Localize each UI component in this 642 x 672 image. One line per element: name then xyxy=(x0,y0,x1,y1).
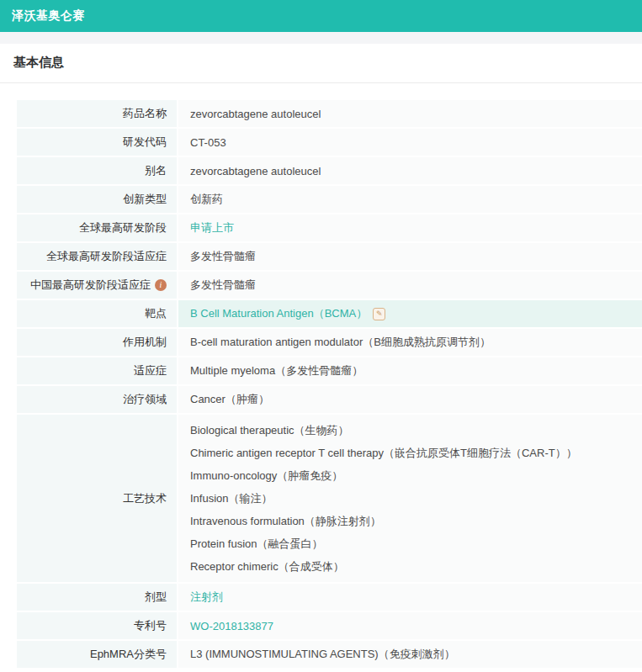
row-value: zevorcabtagene autoleucel xyxy=(178,157,642,184)
row-label: 药品名称 xyxy=(17,100,177,127)
table-row-dosage-form: 剂型 注射剂 xyxy=(17,584,642,611)
table-row-ephmra-code: EphMRA分类号 L3 (IMMUNOSTIMULATING AGENTS)（… xyxy=(17,641,642,668)
basic-info-card: 基本信息 药品名称 zevorcabtagene autoleucel 研发代码… xyxy=(0,44,642,672)
row-label: 靶点 xyxy=(17,300,177,327)
tech-line: Chimeric antigen receptor T cell therapy… xyxy=(190,442,634,464)
row-label: 作用机制 xyxy=(17,329,177,356)
row-label: 全球最高研发阶段适应症 xyxy=(17,243,177,270)
row-label: 适应症 xyxy=(17,357,177,384)
row-value: WO-2018133877 xyxy=(178,612,642,639)
row-value: L3 (IMMUNOSTIMULATING AGENTS)（免疫刺激剂） xyxy=(178,641,642,668)
section-title-basic-info: 基本信息 xyxy=(0,44,642,83)
table-row-technology: 工艺技术 Biological therapeutic（生物药） Chimeri… xyxy=(17,415,642,582)
row-label: 全球最高研发阶段 xyxy=(17,214,177,241)
dosage-form-link[interactable]: 注射剂 xyxy=(190,590,223,605)
row-value: 多发性骨髓瘤 xyxy=(178,272,642,299)
row-label: 工艺技术 xyxy=(17,415,177,582)
row-label: 专利号 xyxy=(17,612,177,639)
table-row-indication: 适应症 Multiple myeloma（多发性骨髓瘤） xyxy=(17,357,642,384)
patent-link[interactable]: WO-2018133877 xyxy=(190,620,273,632)
table-row-global-highest-indication: 全球最高研发阶段适应症 多发性骨髓瘤 xyxy=(17,243,642,270)
table-row-global-highest-stage: 全球最高研发阶段 申请上市 xyxy=(17,214,642,241)
table-row-rd-code: 研发代码 CT-053 xyxy=(17,129,642,156)
row-value: CT-053 xyxy=(178,129,642,156)
stage-link[interactable]: 申请上市 xyxy=(190,220,234,235)
row-label: EphMRA分类号 xyxy=(17,641,177,668)
row-value: B Cell Maturation Antigen（BCMA） ✎ xyxy=(178,300,642,327)
tech-line: Biological therapeutic（生物药） xyxy=(190,419,634,442)
table-row-patent-number: 专利号 WO-2018133877 xyxy=(17,612,642,639)
row-value: 创新药 xyxy=(178,186,642,213)
page-background-gap xyxy=(0,32,642,44)
row-value: 注射剂 xyxy=(178,584,642,611)
info-icon[interactable]: i xyxy=(155,279,167,291)
row-value: zevorcabtagene autoleucel xyxy=(178,100,642,127)
row-value: Cancer（肿瘤） xyxy=(178,386,642,413)
table-row-therapy-area: 治疗领域 Cancer（肿瘤） xyxy=(17,386,642,413)
row-label: 别名 xyxy=(17,157,177,184)
target-link[interactable]: B Cell Maturation Antigen（BCMA） xyxy=(190,306,367,321)
row-label: 研发代码 xyxy=(17,129,177,156)
tech-line: Receptor chimeric（合成受体） xyxy=(190,555,634,578)
table-row-innovation-type: 创新类型 创新药 xyxy=(17,186,642,213)
row-value: 多发性骨髓瘤 xyxy=(178,243,642,270)
edit-icon[interactable]: ✎ xyxy=(373,308,385,320)
tech-line: Infusion（输注） xyxy=(190,487,634,510)
table-row-china-highest-indication: 中国最高研发阶段适应症 i 多发性骨髓瘤 xyxy=(17,272,642,299)
tech-line: Protein fusion（融合蛋白） xyxy=(190,532,634,555)
row-label-text: 中国最高研发阶段适应症 xyxy=(30,278,151,293)
tech-line: Immuno-oncology（肿瘤免疫） xyxy=(190,464,634,487)
row-value: 申请上市 xyxy=(178,214,642,241)
table-row-mechanism: 作用机制 B-cell maturation antigen modulator… xyxy=(17,329,642,356)
row-label: 中国最高研发阶段适应症 i xyxy=(17,272,177,299)
basic-info-table: 药品名称 zevorcabtagene autoleucel 研发代码 CT-0… xyxy=(0,83,642,672)
drug-title-bar: 泽沃基奥仑赛 xyxy=(0,0,642,32)
row-value: Multiple myeloma（多发性骨髓瘤） xyxy=(178,357,642,384)
table-row-alias: 别名 zevorcabtagene autoleucel xyxy=(17,157,642,184)
tech-line: Intravenous formulation（静脉注射剂） xyxy=(190,510,634,532)
row-value: B-cell maturation antigen modulator（B细胞成… xyxy=(178,329,642,356)
row-label: 创新类型 xyxy=(17,186,177,213)
drug-name-title: 泽沃基奥仑赛 xyxy=(12,8,85,24)
row-label: 剂型 xyxy=(17,584,177,611)
table-row-target: 靶点 B Cell Maturation Antigen（BCMA） ✎ xyxy=(17,300,642,327)
row-value: Biological therapeutic（生物药） Chimeric ant… xyxy=(178,415,642,582)
table-row-drug-name: 药品名称 zevorcabtagene autoleucel xyxy=(17,100,642,127)
row-label: 治疗领域 xyxy=(17,386,177,413)
